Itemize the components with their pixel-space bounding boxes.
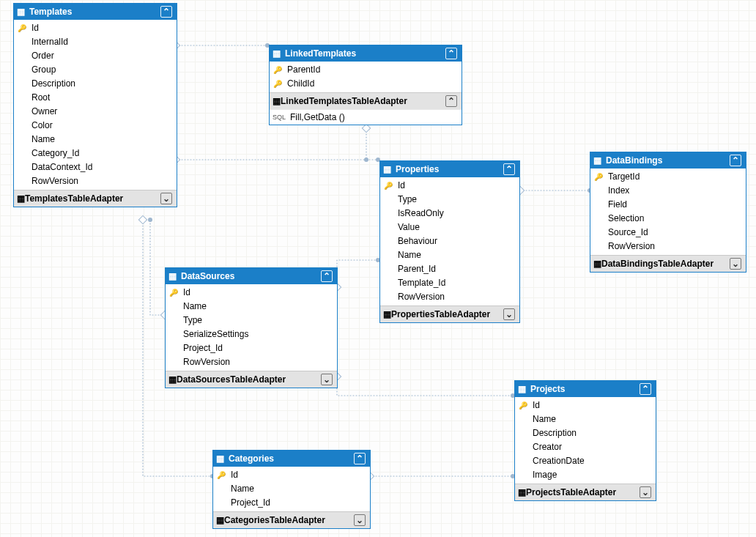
column-row[interactable]: 🔑Id — [380, 179, 519, 193]
column-row[interactable]: RowVersion — [590, 240, 746, 253]
column-row[interactable]: IsReadOnly — [380, 207, 519, 221]
column-row[interactable]: Description — [515, 426, 656, 440]
column-row[interactable]: Name — [14, 133, 177, 147]
collapse-icon[interactable]: ⌃ — [730, 155, 741, 166]
adapter-icon: ▦ — [593, 259, 601, 269]
column-row[interactable]: Name — [515, 412, 656, 426]
key-icon: 🔑 — [593, 171, 604, 182]
entity-header[interactable]: ▦Templates ⌃ — [14, 4, 177, 20]
column-row[interactable]: Owner — [14, 105, 177, 119]
column-row[interactable]: Field — [590, 198, 746, 212]
column-row[interactable]: Behaviour — [380, 234, 519, 248]
column-row[interactable]: Project_Id — [166, 341, 337, 355]
column-name: Description — [32, 78, 75, 89]
column-row[interactable]: Value — [380, 221, 519, 234]
column-row[interactable]: InternalId — [14, 35, 177, 49]
entity-adapter[interactable]: ▦LinkedTemplatesTableAdapter ⌃ — [270, 92, 462, 109]
entity-header[interactable]: ▦LinkedTemplates ⌃ — [270, 45, 462, 62]
expand-icon[interactable]: ⌄ — [160, 193, 172, 204]
column-row[interactable]: Creator — [515, 440, 656, 454]
column-name: RowVersion — [398, 292, 445, 303]
expand-icon[interactable]: ⌄ — [354, 514, 366, 526]
column-row[interactable]: Source_Id — [590, 226, 746, 240]
column-row[interactable]: Order — [14, 49, 177, 63]
entity-adapter[interactable]: ▦ProjectsTableAdapter ⌄ — [515, 484, 656, 500]
entity-categories[interactable]: ▦Categories ⌃ 🔑IdNameProject_Id ▦Categor… — [212, 450, 371, 529]
column-name: Type — [183, 315, 202, 326]
column-row[interactable]: Group — [14, 63, 177, 77]
column-row[interactable]: Color — [14, 119, 177, 133]
entity-datasources[interactable]: ▦DataSources ⌃ 🔑IdNameTypeSerializeSetti… — [165, 267, 338, 388]
column-row[interactable]: RowVersion — [14, 174, 177, 188]
collapse-icon[interactable]: ⌃ — [354, 453, 366, 464]
column-row[interactable]: 🔑Id — [213, 468, 370, 482]
diagram-canvas[interactable]: ▦Templates ⌃ 🔑IdInternalIdOrderGroupDesc… — [0, 0, 756, 537]
column-name: DataContext_Id — [32, 162, 92, 173]
adapter-label: DataSourcesTableAdapter — [177, 374, 286, 385]
column-row[interactable]: SerializeSettings — [166, 327, 337, 341]
column-row[interactable]: 🔑ChildId — [270, 77, 462, 91]
entity-header[interactable]: ▦DataSources ⌃ — [166, 268, 337, 284]
entity-linkedtemplates[interactable]: ▦LinkedTemplates ⌃ 🔑ParentId🔑ChildId ▦Li… — [269, 45, 462, 125]
entity-adapter[interactable]: ▦DataSourcesTableAdapter ⌄ — [166, 371, 337, 388]
entity-adapter[interactable]: ▦TemplatesTableAdapter ⌄ — [14, 190, 177, 207]
collapse-icon[interactable]: ⌃ — [445, 95, 457, 107]
collapse-icon[interactable]: ⌃ — [321, 270, 333, 282]
column-row[interactable]: Parent_Id — [380, 262, 519, 276]
table-icon: ▦ — [17, 7, 25, 17]
key-icon: 🔑 — [518, 400, 528, 411]
entity-adapter[interactable]: ▦CategoriesTableAdapter ⌄ — [213, 511, 370, 528]
column-row[interactable]: Type — [166, 314, 337, 327]
expand-icon[interactable]: ⌄ — [730, 258, 741, 270]
entity-databindings[interactable]: ▦DataBindings ⌃ 🔑TargetIdIndexFieldSelec… — [590, 152, 746, 273]
collapse-icon[interactable]: ⌃ — [503, 163, 515, 175]
column-row[interactable]: Index — [590, 184, 746, 198]
column-row[interactable]: Name — [166, 300, 337, 314]
column-row[interactable]: 🔑ParentId — [270, 63, 462, 77]
entity-projects[interactable]: ▦Projects ⌃ 🔑IdNameDescriptionCreatorCre… — [514, 380, 656, 501]
column-name: Name — [533, 414, 556, 425]
column-name: Index — [608, 185, 629, 196]
column-row[interactable]: Category_Id — [14, 147, 177, 160]
entity-header[interactable]: ▦Categories ⌃ — [213, 451, 370, 467]
entity-templates[interactable]: ▦Templates ⌃ 🔑IdInternalIdOrderGroupDesc… — [13, 3, 177, 207]
column-row[interactable]: Root — [14, 91, 177, 105]
column-row[interactable]: Type — [380, 193, 519, 207]
column-row[interactable]: RowVersion — [380, 290, 519, 304]
entity-properties[interactable]: ▦Properties ⌃ 🔑IdTypeIsReadOnlyValueBeha… — [379, 160, 520, 323]
adapter-icon: ▦ — [216, 515, 224, 525]
column-row[interactable]: Description — [14, 77, 177, 91]
entity-adapter[interactable]: ▦DataBindingsTableAdapter ⌄ — [590, 255, 746, 272]
column-row[interactable]: Name — [213, 482, 370, 496]
entity-header[interactable]: ▦Projects ⌃ — [515, 381, 656, 397]
column-row[interactable]: Template_Id — [380, 276, 519, 290]
column-row[interactable]: 🔑Id — [166, 286, 337, 300]
svg-rect-2 — [362, 124, 370, 132]
column-row[interactable]: CreationDate — [515, 454, 656, 468]
column-name: RowVersion — [608, 241, 655, 252]
column-row[interactable]: Image — [515, 468, 656, 482]
column-row[interactable]: 🔑Id — [515, 399, 656, 412]
collapse-icon[interactable]: ⌃ — [160, 6, 172, 18]
column-name: ParentId — [287, 64, 320, 75]
entity-adapter[interactable]: ▦PropertiesTableAdapter ⌄ — [380, 305, 519, 322]
expand-icon[interactable]: ⌄ — [640, 486, 651, 498]
adapter-label: TemplatesTableAdapter — [25, 193, 123, 204]
column-row[interactable]: Project_Id — [213, 496, 370, 510]
entity-header[interactable]: ▦Properties ⌃ — [380, 161, 519, 177]
adapter-label: CategoriesTableAdapter — [224, 515, 325, 525]
expand-icon[interactable]: ⌄ — [321, 374, 333, 385]
column-row[interactable]: DataContext_Id — [14, 160, 177, 174]
column-name: Description — [533, 428, 577, 439]
expand-icon[interactable]: ⌄ — [503, 308, 515, 320]
column-row[interactable]: 🔑Id — [14, 21, 177, 35]
column-row[interactable]: RowVersion — [166, 355, 337, 369]
collapse-icon[interactable]: ⌃ — [445, 48, 457, 59]
column-row[interactable]: 🔑TargetId — [590, 170, 746, 184]
entity-header[interactable]: ▦DataBindings ⌃ — [590, 152, 746, 168]
column-row[interactable]: Selection — [590, 212, 746, 226]
column-row[interactable]: Name — [380, 248, 519, 262]
adapter-icon: ▦ — [383, 309, 391, 319]
adapter-method-row[interactable]: SQL Fill,GetData () — [270, 109, 462, 125]
collapse-icon[interactable]: ⌃ — [640, 383, 651, 395]
